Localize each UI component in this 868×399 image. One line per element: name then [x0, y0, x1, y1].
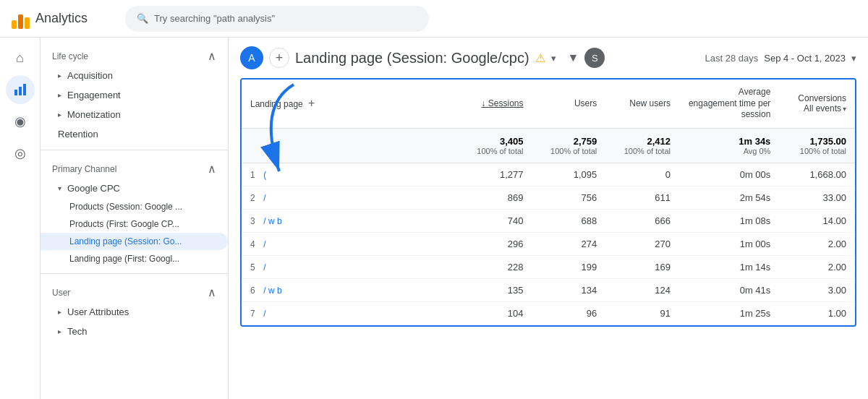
cell-sessions: 135 [459, 278, 532, 301]
add-column-btn[interactable]: + [305, 97, 318, 109]
page-path[interactable]: / [263, 309, 265, 319]
col-new-users[interactable]: New users [605, 80, 679, 128]
title-dropdown-btn[interactable]: ▾ [551, 53, 556, 64]
lifecycle-chevron: ∧ [208, 49, 216, 63]
row-number: 1 [250, 170, 255, 180]
table-body: 1 ( 1,277 1,095 0 0m 00s 1,668.00 2 / 86… [242, 163, 855, 325]
reports-icon [13, 82, 27, 97]
bullet-icon: ▾ [58, 184, 61, 192]
sidebar-sub-item-products-session[interactable]: Products (Session: Google ... [41, 198, 228, 215]
date-range-value: Sep 4 - Oct 1, 2023 [764, 53, 846, 64]
table-row: 2 / 869 756 611 2m 54s 33.00 [242, 186, 855, 209]
col-avg-engagement[interactable]: Average engagement time per session [679, 80, 779, 128]
logo-icon [12, 9, 30, 29]
page-path[interactable]: / [263, 239, 265, 249]
logo-bar-2 [18, 14, 23, 29]
user-label: User [52, 288, 70, 298]
totals-new-users: 2,412 100% of total [605, 128, 679, 163]
main-content: A + Landing page (Session: Google/cpc) ⚠… [229, 38, 868, 399]
top-bar: Analytics 🔍 Try searching "path analysis… [0, 0, 868, 38]
col-conversions[interactable]: Conversions All events ▾ [779, 80, 855, 128]
page-path[interactable]: / [263, 262, 265, 273]
cell-sessions: 1,277 [459, 163, 532, 186]
cell-new-users: 169 [605, 255, 679, 278]
sidebar-sub-item-landing-first[interactable]: Landing page (First: Googl... [41, 250, 228, 267]
report-title: Landing page (Session: Google/cpc) [295, 50, 529, 66]
sidebar-item-acquisition[interactable]: ▸ Acquisition [41, 66, 228, 85]
table-row: 4 / 296 274 270 1m 00s 2.00 [242, 232, 855, 255]
cell-users: 1,095 [532, 163, 606, 186]
logo-bar-1 [12, 20, 17, 29]
totals-row: 3,405 100% of total 2,759 100% of total … [242, 128, 855, 163]
cell-conversions: 14.00 [779, 209, 855, 232]
lifecycle-label: Life cycle [52, 51, 88, 61]
row-number: 7 [250, 309, 255, 319]
bullet-icon: ▸ [58, 91, 61, 99]
cell-new-users: 611 [605, 186, 679, 209]
page-path[interactable]: ( [263, 170, 266, 180]
totals-sessions: 3,405 100% of total [459, 128, 532, 163]
primary-channel-section-header[interactable]: Primary Channel ∧ [41, 156, 228, 179]
bullet-icon: ▸ [58, 72, 61, 80]
s-badge: S [584, 48, 605, 68]
conversions-header: Conversions [788, 93, 846, 103]
sidebar-sub-item-products-first[interactable]: Products (First: Google CP... [41, 215, 228, 233]
cell-landing-page: 2 / [242, 186, 459, 209]
page-path[interactable]: / [263, 193, 265, 203]
home-nav-btn[interactable]: ⌂ [6, 43, 35, 72]
cell-new-users: 666 [605, 209, 679, 232]
row-number: 2 [250, 193, 255, 203]
table-row: 7 / 104 96 91 1m 25s 1.00 [242, 301, 855, 325]
table-header-row: Landing page + ↓ Sessions Users New user… [242, 80, 855, 128]
cell-conversions: 1,668.00 [779, 163, 855, 186]
page-path[interactable]: / w b [263, 286, 281, 296]
add-comparison-button[interactable]: + [269, 48, 289, 68]
cell-landing-page: 3 / w b [242, 209, 459, 232]
table-row: 6 / w b 135 134 124 0m 41s 3.00 [242, 278, 855, 301]
cell-avg-engagement: 2m 54s [679, 186, 779, 209]
cell-landing-page: 4 / [242, 232, 459, 255]
cell-sessions: 740 [459, 209, 532, 232]
lifecycle-section-header[interactable]: Life cycle ∧ [41, 43, 228, 66]
explore-nav-btn[interactable]: ◉ [6, 107, 35, 136]
cell-avg-engagement: 1m 14s [679, 255, 779, 278]
cell-sessions: 228 [459, 255, 532, 278]
cell-users: 199 [532, 255, 606, 278]
conversions-sub-header: All events ▾ [788, 103, 846, 113]
sidebar-item-tech[interactable]: ▸ Tech [41, 322, 228, 341]
report-title-row: A + Landing page (Session: Google/cpc) ⚠… [240, 46, 605, 69]
col-users[interactable]: Users [532, 80, 606, 128]
col-landing-page[interactable]: Landing page + [242, 80, 459, 128]
cell-avg-engagement: 1m 00s [679, 232, 779, 255]
conversions-dropdown-btn[interactable]: ▾ [843, 105, 846, 113]
page-path[interactable]: / w b [263, 216, 281, 226]
cell-avg-engagement: 0m 41s [679, 278, 779, 301]
cell-avg-engagement: 0m 00s [679, 163, 779, 186]
bullet-icon: ▸ [58, 308, 61, 316]
sidebar-sub-item-landing-session[interactable]: Landing page (Session: Go... [41, 233, 228, 250]
cell-users: 274 [532, 232, 606, 255]
sidebar-item-user-attributes[interactable]: ▸ User Attributes [41, 302, 228, 322]
sidebar-item-retention[interactable]: Retention [41, 124, 228, 144]
date-dropdown-btn[interactable]: ▾ [851, 53, 856, 64]
col-sessions[interactable]: ↓ Sessions [459, 80, 532, 128]
search-placeholder: Try searching "path analysis" [154, 13, 275, 24]
sidebar-item-google-cpc[interactable]: ▾ Google CPC [41, 179, 228, 198]
reports-nav-btn[interactable] [6, 75, 35, 104]
user-section-header[interactable]: User ∧ [41, 280, 228, 302]
row-number: 3 [250, 216, 255, 226]
warning-icon: ⚠ [535, 51, 545, 65]
cell-landing-page: 6 / w b [242, 278, 459, 301]
table-row: 5 / 228 199 169 1m 14s 2.00 [242, 255, 855, 278]
date-range-area: Last 28 days Sep 4 - Oct 1, 2023 ▾ [705, 53, 856, 64]
table-row: 1 ( 1,277 1,095 0 0m 00s 1,668.00 [242, 163, 855, 186]
sidebar-item-engagement[interactable]: ▸ Engagement [41, 85, 228, 105]
search-bar[interactable]: 🔍 Try searching "path analysis" [125, 6, 429, 32]
row-number: 6 [250, 286, 255, 296]
user-chevron: ∧ [208, 286, 216, 299]
filter-icon[interactable]: ▼ [568, 51, 579, 64]
logo: Analytics [12, 9, 88, 29]
sidebar-item-monetization[interactable]: ▸ Monetization [41, 105, 228, 124]
cell-sessions: 296 [459, 232, 532, 255]
advertising-nav-btn[interactable]: ◎ [6, 139, 35, 168]
